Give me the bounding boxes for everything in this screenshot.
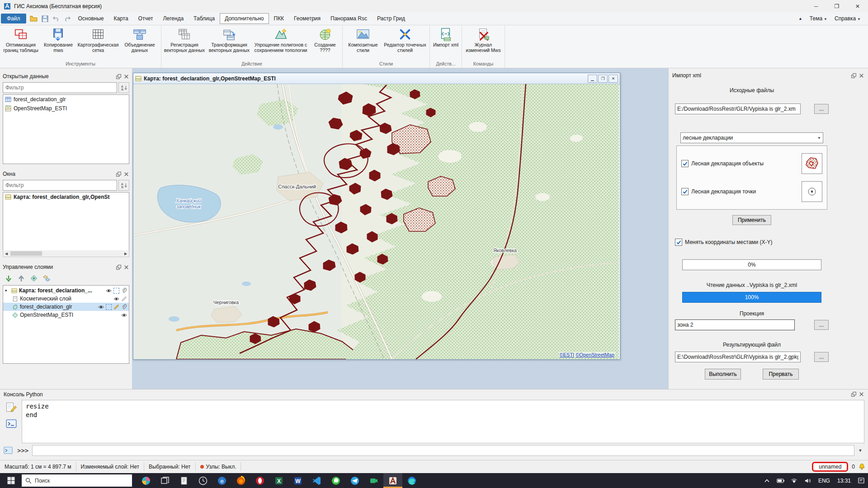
float-panel-icon[interactable] [851, 391, 857, 397]
tree-row-cosmetic[interactable]: Косметический слой [3, 295, 129, 303]
language-indicator[interactable]: ENG [815, 478, 834, 484]
map-restore-icon[interactable]: ❐ [598, 75, 608, 83]
visibility-eye-icon[interactable] [106, 288, 112, 294]
swap-xy-checkbox[interactable] [675, 239, 682, 246]
close-panel-icon[interactable] [123, 74, 129, 80]
source-browse-button[interactable]: ... [814, 104, 829, 114]
tab-rastr-grid[interactable]: Растр Грид [372, 13, 410, 24]
close-panel-icon[interactable] [859, 391, 864, 397]
run-button[interactable]: Выполнить [705, 369, 741, 380]
console-output[interactable]: resize end [22, 400, 864, 443]
tab-geometriya[interactable]: Геометрия [289, 13, 326, 24]
merge-data-button[interactable]: Объединение данных [120, 26, 160, 61]
close-panel-icon[interactable] [123, 264, 129, 270]
float-panel-icon[interactable] [116, 264, 122, 270]
selected-status[interactable]: Выбранный: Нет [144, 462, 196, 471]
cartographic-grid-button[interactable]: Картографическая сетка [76, 26, 120, 61]
open-data-filter-input[interactable] [3, 82, 117, 93]
scroll-right-icon[interactable]: ▶ [123, 252, 129, 256]
close-panel-icon[interactable] [859, 73, 864, 79]
result-path-input[interactable] [675, 352, 801, 362]
projection-input[interactable] [675, 319, 795, 330]
objects-checkbox[interactable] [681, 160, 689, 167]
copy-mws-button[interactable]: Копирование mws [40, 26, 76, 61]
esti-attribution-link[interactable]: ©ESTI [560, 352, 575, 357]
save-button[interactable] [39, 14, 51, 23]
axioma-app-icon[interactable] [383, 473, 402, 488]
sort-icon[interactable]: АЯ [118, 82, 129, 93]
visibility-eye-icon[interactable] [98, 304, 104, 310]
start-button[interactable] [0, 473, 22, 488]
tree-row-openstreetmap[interactable]: OpenStreetMap_ESTI [3, 311, 129, 319]
edit-pencil-icon[interactable] [113, 304, 119, 310]
editable-layer-status[interactable]: Изменяемый слой: Нет [76, 462, 144, 471]
float-panel-icon[interactable] [116, 171, 122, 177]
source-path-input[interactable] [675, 103, 801, 114]
float-panel-icon[interactable] [851, 73, 857, 79]
windows-filter-input[interactable] [3, 180, 117, 191]
tab-dopolnitelno[interactable]: Дополнительно [220, 13, 269, 24]
browser-e-icon[interactable]: e [212, 473, 231, 488]
optimize-table-borders-button[interactable]: Оптимизация границ таблицы [1, 26, 40, 61]
redo-button[interactable] [62, 14, 73, 23]
terminal-icon[interactable] [5, 417, 18, 431]
composite-styles-button[interactable]: Композитные стили [344, 26, 382, 61]
opera-icon[interactable] [250, 473, 269, 488]
minimize-button[interactable]: ─ [806, 0, 826, 12]
map-minimize-icon[interactable]: ▁ [588, 75, 597, 83]
scroll-left-icon[interactable]: ◀ [3, 252, 9, 256]
point-style-preview-button[interactable] [802, 181, 822, 202]
tab-pkk[interactable]: ПКК [269, 13, 289, 24]
tree-expander-icon[interactable]: ▾ [5, 288, 9, 293]
apply-button[interactable]: Применить [732, 215, 771, 225]
close-button[interactable]: ✕ [847, 0, 868, 12]
console-input[interactable] [32, 445, 854, 456]
vscode-icon[interactable] [307, 473, 326, 488]
edit-script-icon[interactable] [5, 401, 18, 414]
unnamed-badge[interactable]: unnamed [812, 462, 848, 472]
tab-legenda[interactable]: Легенда [158, 13, 189, 24]
tree-row-map[interactable]: ▾ Карта: forest_declaration_... [3, 286, 129, 295]
list-item[interactable]: OpenStreetMap_ESTI [3, 104, 129, 113]
map-close-icon[interactable]: ✕ [609, 75, 618, 83]
battery-icon[interactable] [774, 473, 788, 488]
tab-osnovnye[interactable]: Основные [73, 13, 109, 24]
whatsapp-icon[interactable] [326, 473, 345, 488]
camera-app-icon[interactable] [364, 473, 383, 488]
notes-app-icon[interactable] [175, 473, 193, 488]
excel-icon[interactable]: X [269, 473, 288, 488]
tab-panorama-rsc[interactable]: Панорама Rsc [326, 13, 372, 24]
move-layer-down-icon[interactable] [4, 273, 14, 283]
layer-styles-icon[interactable] [42, 273, 52, 283]
horizontal-scrollbar[interactable]: ◀ ▶ [3, 250, 129, 257]
clock-app-icon[interactable] [193, 473, 212, 488]
tab-tablica[interactable]: Таблица [189, 13, 220, 24]
sort-icon[interactable]: АЯ [118, 180, 129, 191]
transform-vector-data-button[interactable]: Трансформация векторных данных [206, 26, 252, 61]
map-canvas[interactable]: Спасск-Дальний Ханкайский заповедник Яко… [133, 84, 619, 359]
undo-button[interactable] [51, 14, 62, 23]
clock[interactable]: 13:31 [834, 478, 854, 484]
word-icon[interactable]: W [288, 473, 307, 488]
prompt-terminal-icon[interactable] [3, 446, 14, 455]
move-layer-up-icon[interactable] [16, 273, 26, 283]
action-center-icon[interactable] [854, 473, 868, 488]
mws-log-button[interactable]: Журнал изменений Mws [463, 26, 503, 61]
paperclip-icon[interactable] [121, 288, 127, 294]
register-vector-data-button[interactable]: Регистрация векторных данных [163, 26, 206, 61]
media-app-icon[interactable] [137, 473, 156, 488]
tab-otchet[interactable]: Отчет [133, 13, 158, 24]
selection-box-icon[interactable] [106, 304, 112, 310]
file-menu-button[interactable]: Файл [1, 14, 26, 23]
tree-row-forest-declaration[interactable]: forest_declaration_glr [3, 303, 129, 311]
open-folder-button[interactable] [28, 14, 39, 23]
list-item[interactable]: forest_declaration_glr [3, 95, 129, 104]
collapse-ribbon-icon[interactable]: ▲ [798, 16, 802, 21]
volume-icon[interactable] [801, 473, 815, 488]
edge-icon[interactable] [402, 473, 421, 488]
tab-karta[interactable]: Карта [108, 13, 133, 24]
selection-box-icon[interactable] [113, 288, 119, 294]
projection-browse-button[interactable]: ... [814, 320, 829, 330]
result-browse-button[interactable]: ... [814, 352, 829, 362]
declaration-type-dropdown[interactable]: лесные декларации ▼ [680, 132, 823, 143]
